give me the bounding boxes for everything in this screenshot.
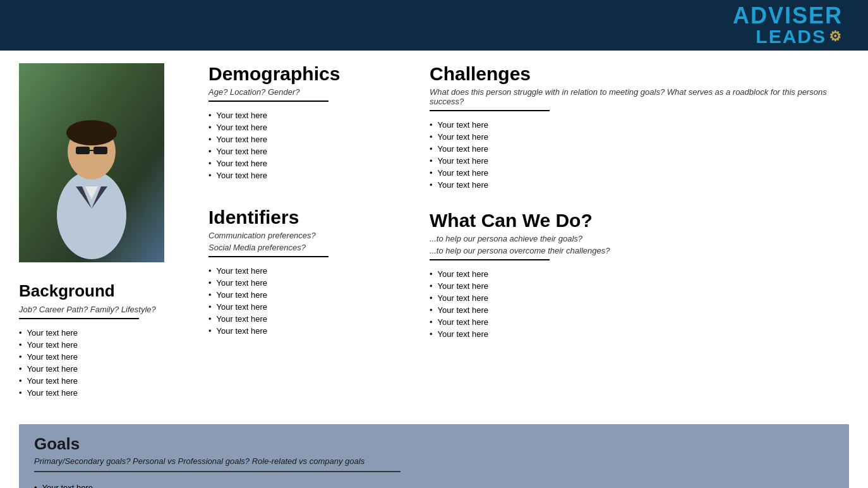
background-subtitle: Job? Career Path? Family? Lifestyle? — [19, 305, 196, 314]
background-list: Your text here Your text here Your text … — [19, 327, 196, 399]
goals-subtitle: Primary/Secondary goals? Personal vs Pro… — [34, 456, 834, 466]
list-item: Your text here — [208, 277, 411, 289]
list-item: Your text here — [19, 351, 196, 363]
persona-photo — [19, 63, 164, 262]
identifiers-title: Identifiers — [208, 207, 411, 228]
what-can-subtitle1: ...to help our persona achieve their goa… — [430, 234, 843, 243]
challenges-section: Challenges What does this person struggl… — [430, 63, 843, 191]
list-item: Your text here — [430, 280, 843, 292]
background-title: Background — [19, 281, 196, 301]
demographics-divider — [208, 101, 329, 102]
svg-rect-6 — [93, 147, 107, 154]
list-item: Your text here — [208, 325, 411, 337]
svg-point-4 — [66, 120, 117, 145]
svg-rect-5 — [76, 147, 90, 154]
list-item: Your text here — [430, 179, 843, 191]
list-item: Your text here — [430, 328, 843, 340]
what-can-subtitle2: ...to help our persona overcome their ch… — [430, 246, 843, 255]
list-item: Your text here — [208, 313, 411, 325]
logo-leads-text: LEADS ⚙ — [733, 27, 843, 46]
identifiers-divider — [208, 256, 329, 257]
list-item: Your text here — [208, 301, 411, 313]
identifiers-section: Identifiers Communication preferences? S… — [208, 207, 411, 337]
what-can-divider — [430, 259, 550, 260]
list-item: Your text here — [430, 304, 843, 316]
list-item: Your text here — [208, 169, 411, 181]
left-column: Background Job? Career Path? Family? Lif… — [19, 63, 196, 399]
main-content: Background Job? Career Path? Family? Lif… — [0, 51, 868, 412]
challenges-list: Your text here Your text here Your text … — [430, 119, 843, 191]
list-item: Your text here — [19, 327, 196, 339]
identifiers-list: Your text here Your text here Your text … — [208, 265, 411, 337]
demographics-subtitle: Age? Location? Gender? — [208, 87, 411, 97]
demographics-list: Your text here Your text here Your text … — [208, 109, 411, 181]
list-item: Your text here — [208, 133, 411, 145]
background-divider — [19, 318, 139, 319]
list-item: Your text here — [430, 316, 843, 328]
goals-section: Goals Primary/Secondary goals? Personal … — [19, 424, 849, 488]
goals-list: Your text here Your text here — [34, 481, 834, 488]
challenges-divider — [430, 110, 550, 111]
what-can-list: Your text here Your text here Your text … — [430, 268, 843, 340]
what-can-title: What Can We Do? — [430, 210, 843, 231]
list-item: Your text here — [430, 143, 843, 155]
list-item: Your text here — [208, 289, 411, 301]
list-item: Your text here — [208, 121, 411, 133]
list-item: Your text here — [430, 131, 843, 143]
list-item: Your text here — [208, 109, 411, 121]
logo-adviser-text: ADVISER — [733, 4, 843, 27]
list-item: Your text here — [430, 119, 843, 131]
list-item: Your text here — [430, 292, 843, 304]
persona-image — [19, 63, 164, 262]
list-item: Your text here — [208, 145, 411, 157]
identifiers-subtitle1: Communication preferences? — [208, 231, 411, 240]
demographics-section: Demographics Age? Location? Gender? Your… — [208, 63, 411, 181]
header: ADVISER LEADS ⚙ — [0, 0, 868, 51]
challenges-subtitle: What does this person struggle with in r… — [430, 87, 843, 106]
list-item: Your text here — [19, 375, 196, 387]
list-item: Your text here — [208, 157, 411, 169]
middle-column: Demographics Age? Location? Gender? Your… — [196, 63, 423, 399]
background-section: Background Job? Career Path? Family? Lif… — [19, 281, 196, 399]
list-item: Your text here — [208, 265, 411, 277]
list-item: Your text here — [430, 155, 843, 167]
logo: ADVISER LEADS ⚙ — [733, 4, 843, 46]
list-item: Your text here — [34, 481, 834, 488]
goals-divider — [34, 471, 401, 472]
list-item: Your text here — [19, 363, 196, 375]
list-item: Your text here — [430, 268, 843, 280]
right-column: Challenges What does this person struggl… — [423, 63, 849, 399]
list-item: Your text here — [430, 167, 843, 179]
list-item: Your text here — [19, 339, 196, 351]
list-item: Your text here — [19, 387, 196, 399]
what-can-section: What Can We Do? ...to help our persona a… — [430, 210, 843, 340]
logo-gear-icon: ⚙ — [829, 30, 843, 44]
demographics-title: Demographics — [208, 63, 411, 85]
svg-point-2 — [57, 171, 126, 259]
identifiers-subtitle2: Social Media preferences? — [208, 243, 411, 252]
goals-title: Goals — [34, 434, 834, 454]
challenges-title: Challenges — [430, 63, 843, 85]
